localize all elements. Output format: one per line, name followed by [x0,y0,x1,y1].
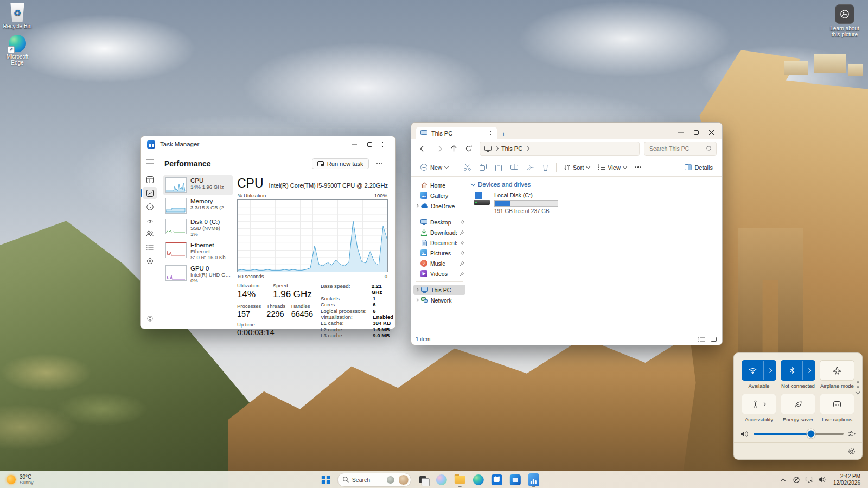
energy-saver-tile[interactable] [781,394,815,414]
speaker-icon[interactable] [741,431,749,438]
sidebar-item-pictures[interactable]: Pictures [413,248,465,258]
copilot-button[interactable] [435,473,448,486]
wifi-expand-chevron[interactable] [763,361,776,380]
nav-app-history-button[interactable] [143,201,157,213]
tab-this-pc[interactable]: This PC [416,127,497,139]
large-icons-view-toggle-icon[interactable] [709,336,718,343]
copy-button[interactable] [476,162,490,173]
close-button[interactable] [704,126,719,138]
bluetooth-tile[interactable] [781,360,815,381]
ethernet-network-icon[interactable] [804,474,815,485]
address-bar[interactable]: This PC [480,142,640,156]
share-button[interactable] [523,162,538,173]
sidebar-item-ethernet[interactable]: Ethernet Ethernet S: 0 R: 16.0 Kbps [163,240,233,262]
axis-60s-label: 60 seconds [238,273,264,279]
taskbar-search-box[interactable]: Search [337,473,411,487]
file-explorer-button[interactable] [453,473,467,486]
settings-gear-icon[interactable] [143,312,157,324]
new-button[interactable]: New [417,162,452,173]
pin-icon [460,272,464,276]
cpu-utilization-graph[interactable] [237,199,388,272]
view-button[interactable]: View [595,162,630,173]
nav-performance-button[interactable] [143,187,157,199]
volume-knob[interactable] [807,429,816,439]
more-options-button[interactable] [631,164,646,170]
minimize-button[interactable] [347,138,362,150]
sidebar-item-gpu[interactable]: GPU 0 Intel(R) UHD Grap... 0% [163,263,233,286]
energy-saver-tile-group: Energy saver [781,394,815,423]
accessibility-tile[interactable] [742,394,776,414]
refresh-button[interactable] [462,142,475,155]
up-button[interactable] [447,142,460,155]
sidebar-item-disk[interactable]: Disk 0 (C:) SSD (NVMe) 1% [163,216,233,239]
explorer-search-box[interactable] [644,142,717,156]
nav-details-button[interactable] [143,241,157,253]
cut-button[interactable] [460,162,475,173]
sidebar-item-onedrive[interactable]: OneDrive [413,201,465,211]
airplane-mode-tile[interactable] [820,360,854,381]
outlook-button[interactable] [508,473,522,486]
desktop-icon-recycle-bin[interactable]: ♻ Recycle Bin [0,3,35,29]
sort-button[interactable]: Sort [560,162,593,173]
maximize-button[interactable] [688,126,704,138]
run-new-task-button[interactable]: Run new task [312,158,369,169]
desktop-icon-edge[interactable]: ↗ Microsoft Edge [0,35,35,66]
explorer-search-input[interactable] [648,145,706,152]
bluetooth-expand-chevron[interactable] [802,361,815,380]
sidebar-item-desktop[interactable]: Desktop [413,217,465,227]
breadcrumb-this-pc[interactable]: This PC [501,145,522,152]
axis-utilization-label: % Utilization [238,192,266,198]
nav-services-button[interactable] [143,255,157,267]
videos-icon: ▶ [420,270,427,277]
nav-startup-apps-button[interactable] [143,214,157,226]
settings-gear-icon[interactable] [848,447,856,455]
task-view-button[interactable] [416,473,430,486]
details-view-toggle-icon[interactable] [697,336,706,343]
show-desktop-button[interactable] [866,474,868,485]
close-button[interactable] [377,138,392,150]
nav-menu-button[interactable] [143,156,157,168]
audio-output-icon[interactable] [848,431,856,437]
mic-muted-icon[interactable] [791,474,802,485]
sidebar-item-music[interactable]: ♪Music [413,258,465,268]
quick-settings-pager[interactable] [856,381,859,394]
accessibility-icon [752,401,765,408]
rename-button[interactable] [507,162,522,172]
live-captions-tile[interactable] [820,394,854,414]
local-disk-c-item[interactable]: Local Disk (C:) 191 GB free of 237 GB [474,192,722,214]
start-button[interactable] [319,473,333,486]
microsoft-store-button[interactable] [490,473,503,486]
sidebar-item-videos[interactable]: ▶Videos [413,268,465,279]
sidebar-item-cpu[interactable]: CPU 14% 1.96 GHz [163,175,233,195]
sidebar-item-gallery[interactable]: Gallery [413,190,465,201]
more-options-icon[interactable] [376,163,383,165]
nav-processes-button[interactable] [143,174,157,185]
sidebar-item-this-pc[interactable]: This PC [413,285,465,295]
volume-icon[interactable] [817,474,828,485]
forward-button[interactable] [432,142,445,155]
delete-button[interactable] [539,162,552,173]
task-manager-button[interactable] [527,473,540,486]
close-tab-icon[interactable] [490,131,494,135]
back-button[interactable] [417,142,430,155]
minimize-button[interactable] [673,126,688,138]
hidden-icons-chevron[interactable] [778,474,789,485]
sidebar-item-memory[interactable]: Memory 3.3/15.8 GB (21%) [163,196,233,216]
sidebar-item-downloads[interactable]: Downloads [413,227,465,237]
taskbar-clock[interactable]: 2:42 PM 12/02/2026 [833,473,860,486]
sidebar-item-documents[interactable]: Documents [413,237,465,248]
sidebar-item-home[interactable]: Home [413,180,465,190]
task-manager-titlebar[interactable]: Task Manager [141,136,395,152]
devices-and-drives-header[interactable]: Devices and drives [471,181,722,188]
sidebar-item-network[interactable]: Network [413,295,465,305]
new-tab-button[interactable]: + [497,129,509,139]
nav-users-button[interactable] [143,228,157,240]
wifi-tile[interactable] [742,360,776,381]
volume-slider[interactable] [754,433,844,435]
paste-button[interactable] [492,162,506,174]
weather-widget[interactable]: 30°C Sunny [0,471,40,488]
edge-button[interactable] [471,473,485,486]
maximize-button[interactable] [362,138,377,150]
details-pane-button[interactable]: Details [681,162,717,173]
desktop-icon-learn-about-picture[interactable]: Learn about this picture [826,4,864,37]
